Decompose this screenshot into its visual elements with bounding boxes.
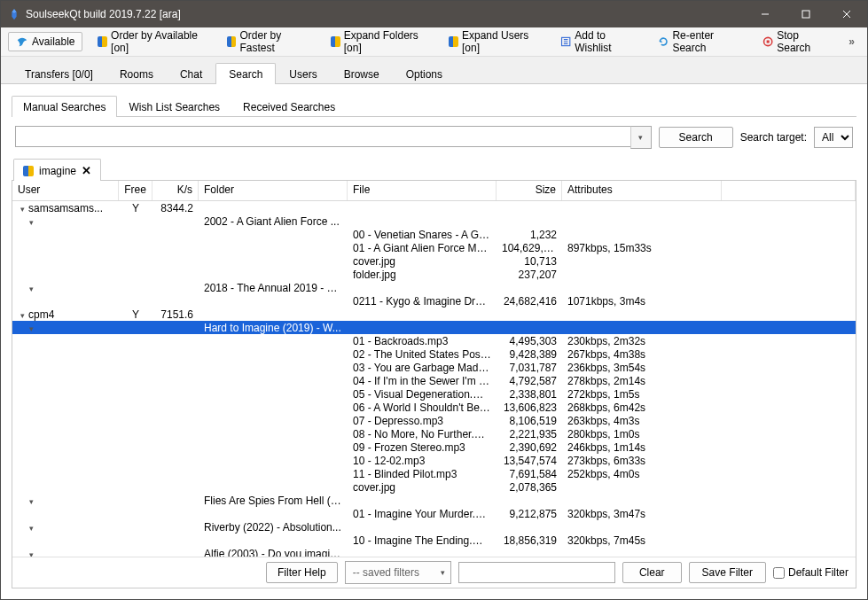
order-available-button[interactable]: Order by Available [on] <box>91 26 211 58</box>
col-user[interactable]: User <box>12 181 119 200</box>
table-row[interactable]: ▾cpm4Y7151.6 <box>12 308 856 321</box>
chevron-down-icon[interactable]: ▾ <box>18 311 27 320</box>
table-row[interactable]: 08 - No More, No Further.mp32,221,935280… <box>12 427 856 440</box>
titlebar[interactable]: SoulseekQt build 2019.7.22 [ara] <box>1 1 867 27</box>
search-history-dropdown[interactable]: ▾ <box>630 126 652 149</box>
search-button[interactable]: Search <box>659 127 733 148</box>
svg-rect-6 <box>767 40 770 43</box>
swap-icon <box>331 36 340 47</box>
col-free[interactable]: Free <box>119 181 152 200</box>
bird-icon <box>16 35 28 48</box>
chevron-down-icon[interactable]: ▾ <box>27 497 35 506</box>
rows-container[interactable]: ▾samsamsams...Y8344.2 ▾2002 - A Giant Al… <box>12 201 856 557</box>
clear-filter-button[interactable]: Clear <box>622 562 682 583</box>
stop-search-button[interactable]: Stop Search <box>756 26 834 58</box>
refresh-icon <box>658 35 669 48</box>
chevron-down-icon[interactable]: ▾ <box>27 524 35 533</box>
table-row[interactable]: ▾2018 - The Annual 2019 - M... <box>12 281 856 294</box>
minimize-button[interactable] <box>745 1 786 27</box>
svg-rect-1 <box>802 11 809 18</box>
table-row[interactable]: 02 - The United States Postal S...9,428,… <box>12 347 856 361</box>
table-row[interactable]: 06 - A World I Shouldn't Be In.m...13,60… <box>12 401 856 414</box>
table-row[interactable]: folder.jpg237,207 <box>12 268 856 281</box>
close-icon[interactable]: ✕ <box>82 164 91 177</box>
subtab-received[interactable]: Received Searches <box>231 96 347 117</box>
stop-icon <box>762 35 773 48</box>
tab-transfers[interactable]: Transfers [0/0] <box>12 63 106 84</box>
table-row[interactable]: 11 - Blinded Pilot.mp37,691,584252kbps, … <box>12 467 856 480</box>
table-row[interactable]: ▾2002 - A Giant Alien Force ... <box>12 214 856 228</box>
close-button[interactable] <box>826 1 867 27</box>
chevron-down-icon[interactable]: ▾ <box>27 550 35 557</box>
table-row[interactable]: ▾Flies Are Spies From Hell (2... <box>12 494 856 507</box>
save-filter-button[interactable]: Save Filter <box>689 562 766 583</box>
table-row[interactable]: 00 - Venetian Snares - A Giant ...1,232 <box>12 228 856 241</box>
chevron-down-icon[interactable]: ▾ <box>27 324 35 333</box>
toolbar: Available Order by Available [on] Order … <box>1 27 867 57</box>
tab-rooms[interactable]: Rooms <box>106 63 167 84</box>
col-size[interactable]: Size <box>497 181 562 200</box>
table-row[interactable]: 04 - If I'm in the Sewer I'm Gon...4,792… <box>12 374 856 387</box>
expand-folders-button[interactable]: Expand Folders [on] <box>325 26 434 58</box>
order-fastest-button[interactable]: Order by Fastest <box>221 26 316 58</box>
table-row[interactable]: ▾Hard to Imagine (2019) - W... <box>12 321 856 334</box>
result-tab-label: imagine <box>39 165 76 177</box>
swap-icon <box>227 36 237 47</box>
table-row[interactable]: 03 - You are Garbage Made Fles...7,031,7… <box>12 361 856 374</box>
table-row[interactable]: cover.jpg2,078,365 <box>12 480 856 494</box>
column-headers[interactable]: User Free K/s Folder File Size Attribute… <box>12 181 856 201</box>
filter-help-button[interactable]: Filter Help <box>266 562 338 583</box>
search-subtabs: Manual Searches Wish List Searches Recei… <box>12 93 856 117</box>
saved-filters-select[interactable]: -- saved filters <box>345 561 451 584</box>
table-row[interactable]: 05 - Visual Degeneration.mp32,338,801272… <box>12 387 856 401</box>
search-input[interactable] <box>15 126 630 147</box>
search-panel: Manual Searches Wish List Searches Recei… <box>1 84 867 599</box>
subtab-manual[interactable]: Manual Searches <box>12 96 117 117</box>
table-row[interactable]: 01 - Imagine Your Murder.mp39,212,875320… <box>12 507 856 520</box>
table-row[interactable]: 07 - Depresso.mp38,106,519263kbps, 4m3s <box>12 414 856 427</box>
wishlist-icon <box>560 35 571 48</box>
swap-icon <box>98 36 107 47</box>
table-row[interactable]: 01 - A Giant Alien Force More Vi...104,6… <box>12 241 856 254</box>
tab-options[interactable]: Options <box>393 63 456 84</box>
search-target-select[interactable]: All <box>814 127 853 148</box>
swap-icon <box>449 36 458 47</box>
table-row[interactable]: 09 - Frozen Stereo.mp32,390,692246kbps, … <box>12 440 856 454</box>
col-ks[interactable]: K/s <box>152 181 199 200</box>
table-row[interactable]: 10 - Imagine The Ending.mp318,856,319320… <box>12 534 856 547</box>
tab-search[interactable]: Search <box>215 63 276 84</box>
col-folder[interactable]: Folder <box>199 181 348 200</box>
col-attr[interactable]: Attributes <box>562 181 722 200</box>
table-row[interactable]: 0211 - Kygo & Imagine Dragons...24,682,4… <box>12 294 856 308</box>
filter-row: Filter Help -- saved filters Clear Save … <box>12 557 856 588</box>
table-row[interactable]: ▾Alfie (2003) - Do you imagin... <box>12 547 856 557</box>
table-row[interactable]: 10 - 12-02.mp313,547,574273kbps, 6m33s <box>12 454 856 467</box>
chevron-down-icon[interactable]: ▾ <box>18 205 27 214</box>
search-row: ▾ Search Search target: All <box>12 117 856 156</box>
window-title: SoulseekQt build 2019.7.22 [ara] <box>26 8 181 20</box>
col-file[interactable]: File <box>348 181 497 200</box>
app-icon <box>8 8 20 20</box>
add-wishlist-button[interactable]: Add to Wishlist <box>554 26 643 58</box>
table-row[interactable]: ▾Riverby (2022) - Absolution... <box>12 520 856 534</box>
search-target-label: Search target: <box>740 131 807 144</box>
table-row[interactable]: ▾samsamsams...Y8344.2 <box>12 201 856 214</box>
maximize-button[interactable] <box>786 1 826 27</box>
main-tabs: Transfers [0/0] Rooms Chat Search Users … <box>1 57 867 84</box>
toolbar-overflow-icon[interactable]: » <box>843 35 860 48</box>
chevron-down-icon[interactable]: ▾ <box>27 218 35 227</box>
tab-browse[interactable]: Browse <box>331 63 393 84</box>
window: SoulseekQt build 2019.7.22 [ara] Availab… <box>0 0 868 600</box>
expand-users-button[interactable]: Expand Users [on] <box>442 26 545 58</box>
table-row[interactable]: cover.jpg10,713 <box>12 254 856 268</box>
reenter-search-button[interactable]: Re-enter Search <box>652 26 747 58</box>
default-filter-checkbox[interactable]: Default Filter <box>773 566 848 579</box>
chevron-down-icon[interactable]: ▾ <box>27 284 35 293</box>
available-button[interactable]: Available <box>8 32 82 51</box>
result-tab-imagine[interactable]: imagine ✕ <box>13 159 101 181</box>
subtab-wishlist[interactable]: Wish List Searches <box>117 96 231 117</box>
tab-users[interactable]: Users <box>276 63 330 84</box>
table-row[interactable]: 01 - Backroads.mp34,495,303230kbps, 2m32… <box>12 334 856 347</box>
tab-chat[interactable]: Chat <box>167 63 215 84</box>
filter-input[interactable] <box>458 562 615 583</box>
